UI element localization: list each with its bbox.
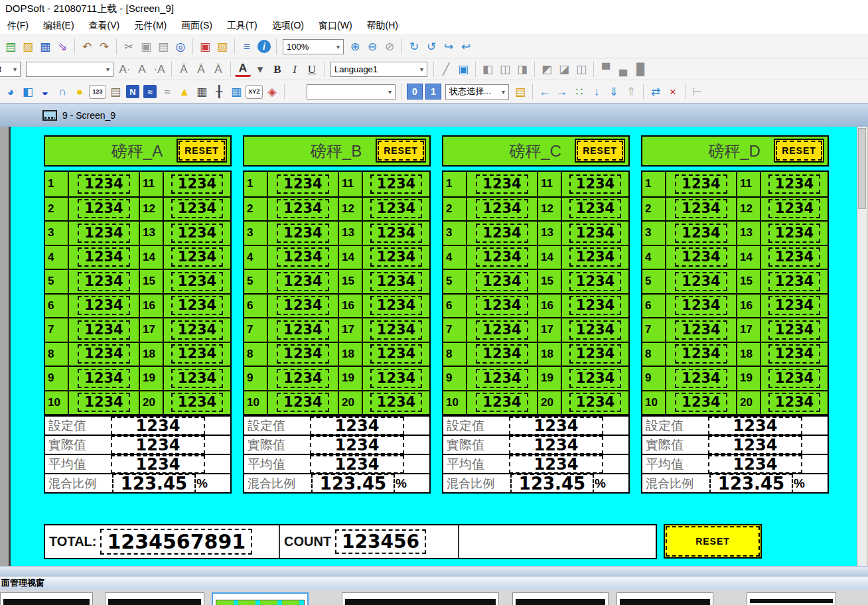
value-display[interactable]: 1234 bbox=[476, 224, 528, 243]
value-display[interactable]: 1234 bbox=[675, 272, 727, 291]
scrollbar-thumb[interactable] bbox=[858, 128, 866, 209]
language-combo[interactable]: Language1 ▾ bbox=[330, 62, 427, 77]
value-display[interactable]: 1234 bbox=[569, 247, 621, 267]
narrow-text-icon[interactable]: A· bbox=[117, 61, 133, 77]
rotate-ccw-icon[interactable]: ↺ bbox=[423, 38, 439, 54]
total-reset-button[interactable]: RESET bbox=[664, 524, 762, 559]
value-display[interactable]: 1234 bbox=[277, 224, 328, 243]
zoom-in-icon[interactable]: ⊕ bbox=[347, 38, 363, 54]
find-icon[interactable]: ◎ bbox=[173, 38, 188, 54]
pc-link-icon[interactable]: ⇄ bbox=[648, 84, 664, 100]
font-color-icon[interactable]: A bbox=[235, 62, 251, 77]
value-display[interactable]: 1234 bbox=[476, 296, 528, 315]
value-display[interactable]: 1234 bbox=[476, 247, 528, 267]
new-file-icon[interactable]: ▤ bbox=[3, 38, 19, 54]
value-display[interactable]: 1234 bbox=[277, 247, 328, 267]
paste-icon[interactable]: ▤ bbox=[155, 38, 171, 54]
align-right-icon[interactable]: ◨ bbox=[514, 61, 530, 77]
value-display[interactable]: 1234 bbox=[569, 199, 621, 218]
open-screen-icon[interactable]: ▧ bbox=[214, 38, 230, 54]
default-text-width-icon[interactable]: A bbox=[134, 61, 150, 77]
align-top-icon[interactable]: ◩ bbox=[539, 61, 555, 77]
value-display[interactable]: 1234 bbox=[768, 369, 820, 388]
meter-icon[interactable]: ∩ bbox=[54, 84, 70, 100]
screen-thumbnail[interactable] bbox=[342, 592, 499, 605]
summary-value-display[interactable]: 1234 bbox=[310, 455, 404, 474]
value-display[interactable]: 1234 bbox=[476, 272, 528, 291]
value-display[interactable]: 1234 bbox=[78, 247, 129, 267]
draw-line-icon[interactable]: ╱ bbox=[438, 61, 454, 77]
value-display[interactable]: 1234 bbox=[370, 247, 422, 267]
value-display[interactable]: 1234 bbox=[370, 369, 422, 388]
value-display[interactable]: 1234 bbox=[675, 320, 727, 340]
bar-display-icon[interactable]: ◧ bbox=[20, 84, 36, 100]
value-display[interactable]: 1234 bbox=[569, 320, 621, 340]
panel-reset-button[interactable]: RESET bbox=[376, 139, 426, 163]
value-display[interactable]: 1234 bbox=[476, 320, 528, 340]
xy-curve-icon[interactable]: ≈ bbox=[159, 84, 175, 100]
summary-value-display[interactable]: 1234 bbox=[509, 417, 603, 435]
value-display[interactable]: 1234 bbox=[277, 393, 328, 412]
value-display[interactable]: 1234 bbox=[768, 320, 820, 340]
value-display[interactable]: 1234 bbox=[675, 199, 727, 218]
menu-item[interactable]: 件(F) bbox=[0, 18, 36, 34]
value-display[interactable]: 1234 bbox=[675, 224, 727, 243]
summary-value-display[interactable]: 1234 bbox=[708, 455, 802, 474]
value-display[interactable]: 1234 bbox=[171, 393, 223, 412]
summary-value-display[interactable]: 1234 bbox=[111, 417, 205, 435]
redo-last-action-icon[interactable]: ↪ bbox=[441, 38, 457, 54]
value-display[interactable]: 1234 bbox=[768, 247, 820, 267]
screen-thumbnail[interactable] bbox=[512, 592, 609, 605]
summary-value-display[interactable]: 123.45 bbox=[311, 474, 395, 494]
download-screen-icon[interactable]: ↓ bbox=[589, 84, 605, 100]
summary-value-display[interactable]: 1234 bbox=[111, 455, 205, 474]
menu-item[interactable]: 编辑(E) bbox=[36, 18, 82, 34]
same-width-icon[interactable]: ▀ bbox=[598, 61, 614, 77]
tank-icon[interactable]: ◒ bbox=[37, 84, 53, 100]
numeric-entry-icon[interactable]: 123 bbox=[89, 85, 106, 99]
same-size-icon[interactable]: █ bbox=[632, 61, 648, 77]
value-display[interactable]: 1234 bbox=[171, 247, 223, 267]
summary-value-display[interactable]: 1234 bbox=[310, 417, 404, 435]
save-icon[interactable]: ▦ bbox=[37, 38, 53, 54]
value-display[interactable]: 1234 bbox=[277, 344, 328, 364]
screen-thumbnail[interactable] bbox=[0, 592, 93, 605]
element-combo[interactable]: ▾ bbox=[307, 84, 396, 100]
value-display[interactable]: 1234 bbox=[277, 199, 328, 218]
menu-item[interactable]: 画面(S) bbox=[174, 18, 220, 34]
menu-item[interactable]: 查看(V) bbox=[82, 18, 127, 34]
value-display[interactable]: 1234 bbox=[569, 369, 621, 388]
default-text-height-icon[interactable]: Ā bbox=[193, 61, 209, 77]
value-display[interactable]: 1234 bbox=[370, 174, 422, 194]
same-height-icon[interactable]: ▄ bbox=[615, 61, 631, 77]
value-display[interactable]: 1234 bbox=[370, 393, 422, 412]
value-display[interactable]: 1234 bbox=[78, 174, 129, 194]
align-middle-icon[interactable]: ◪ bbox=[556, 61, 572, 77]
value-display[interactable]: 1234 bbox=[171, 344, 223, 364]
value-display[interactable]: 1234 bbox=[675, 393, 727, 412]
info-icon[interactable]: i bbox=[257, 40, 271, 53]
shrink-text-height-icon[interactable]: Ā bbox=[176, 61, 192, 77]
value-display[interactable]: 1234 bbox=[171, 320, 223, 340]
state-change-icon[interactable]: ◈ bbox=[264, 84, 280, 100]
state-select-combo[interactable]: 状态选择... ▾ bbox=[445, 84, 509, 100]
menu-item[interactable]: 工具(T) bbox=[220, 18, 265, 34]
italic-icon[interactable]: I bbox=[287, 61, 303, 77]
open-file-icon[interactable]: ▨ bbox=[20, 38, 36, 54]
menu-item[interactable]: 窗口(W) bbox=[311, 18, 360, 34]
summary-value-display[interactable]: 123.45 bbox=[709, 474, 793, 494]
value-display[interactable]: 1234 bbox=[768, 224, 820, 243]
summary-value-display[interactable]: 1234 bbox=[111, 436, 205, 454]
count-value-display[interactable]: 123456 bbox=[335, 529, 426, 554]
screen-canvas[interactable]: 磅秤_ARESET1123411123421234121234312341312… bbox=[11, 127, 857, 566]
element-properties-icon[interactable]: ▤ bbox=[512, 84, 528, 100]
state-0-button[interactable]: 0 bbox=[407, 84, 423, 100]
disconnect-icon[interactable]: × bbox=[665, 84, 681, 100]
value-display[interactable]: 1234 bbox=[476, 393, 528, 412]
value-display[interactable]: 1234 bbox=[171, 272, 223, 291]
value-display[interactable]: 1234 bbox=[78, 369, 129, 388]
summary-value-display[interactable]: 123.45 bbox=[112, 474, 196, 494]
value-display[interactable]: 1234 bbox=[569, 296, 621, 315]
value-display[interactable]: 1234 bbox=[569, 174, 621, 194]
keypad-icon[interactable]: ▦ bbox=[194, 84, 210, 100]
